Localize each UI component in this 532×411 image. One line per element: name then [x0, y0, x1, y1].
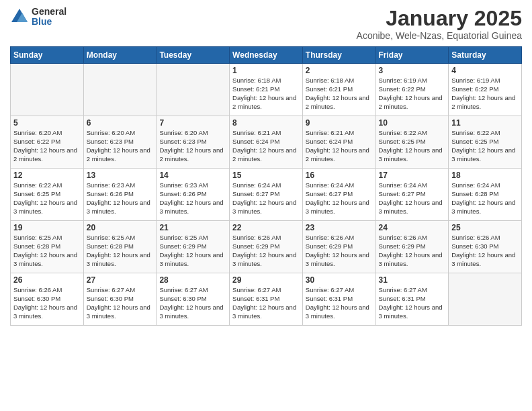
- day-cell: 18Sunrise: 6:24 AM Sunset: 6:28 PM Dayli…: [449, 169, 522, 221]
- day-info: Sunrise: 6:26 AM Sunset: 6:29 PM Dayligh…: [306, 234, 373, 268]
- week-row-3: 12Sunrise: 6:22 AM Sunset: 6:25 PM Dayli…: [11, 169, 522, 221]
- calendar-subtitle: Aconibe, Wele-Nzas, Equatorial Guinea: [357, 30, 522, 41]
- day-info: Sunrise: 6:26 AM Sunset: 6:29 PM Dayligh…: [232, 234, 300, 268]
- day-number: 27: [87, 275, 154, 285]
- logo-icon: [10, 7, 29, 26]
- col-wednesday: Wednesday: [230, 47, 303, 64]
- col-monday: Monday: [83, 47, 157, 64]
- col-sunday: Sunday: [11, 47, 84, 64]
- day-number: 15: [232, 171, 300, 180]
- day-number: 8: [232, 118, 300, 128]
- calendar-title: January 2025: [357, 7, 522, 30]
- day-info: Sunrise: 6:20 AM Sunset: 6:22 PM Dayligh…: [13, 129, 81, 163]
- day-number: 1: [232, 66, 300, 75]
- day-number: 16: [306, 171, 373, 180]
- day-cell: 1Sunrise: 6:18 AM Sunset: 6:21 PM Daylig…: [230, 64, 303, 116]
- day-cell: 2Sunrise: 6:18 AM Sunset: 6:21 PM Daylig…: [302, 64, 375, 116]
- col-thursday: Thursday: [302, 47, 375, 64]
- title-area: January 2025 Aconibe, Wele-Nzas, Equator…: [357, 7, 522, 41]
- day-info: Sunrise: 6:20 AM Sunset: 6:23 PM Dayligh…: [87, 129, 154, 163]
- day-info: Sunrise: 6:26 AM Sunset: 6:30 PM Dayligh…: [451, 234, 519, 268]
- day-number: 18: [451, 171, 519, 180]
- day-cell: 19Sunrise: 6:25 AM Sunset: 6:28 PM Dayli…: [11, 221, 84, 273]
- day-cell: [83, 64, 157, 116]
- day-info: Sunrise: 6:22 AM Sunset: 6:25 PM Dayligh…: [451, 129, 519, 163]
- week-row-1: 1Sunrise: 6:18 AM Sunset: 6:21 PM Daylig…: [11, 64, 522, 116]
- day-number: 17: [379, 171, 446, 180]
- day-cell: 9Sunrise: 6:21 AM Sunset: 6:24 PM Daylig…: [302, 116, 375, 169]
- header: General Blue January 2025 Aconibe, Wele-…: [10, 7, 522, 41]
- day-info: Sunrise: 6:25 AM Sunset: 6:28 PM Dayligh…: [87, 234, 154, 268]
- day-cell: 22Sunrise: 6:26 AM Sunset: 6:29 PM Dayli…: [230, 221, 303, 273]
- day-info: Sunrise: 6:22 AM Sunset: 6:25 PM Dayligh…: [13, 181, 81, 216]
- day-number: 14: [159, 171, 226, 180]
- day-info: Sunrise: 6:27 AM Sunset: 6:31 PM Dayligh…: [306, 286, 373, 320]
- day-cell: 15Sunrise: 6:24 AM Sunset: 6:27 PM Dayli…: [230, 169, 303, 221]
- day-info: Sunrise: 6:26 AM Sunset: 6:30 PM Dayligh…: [13, 286, 81, 320]
- day-cell: 31Sunrise: 6:27 AM Sunset: 6:31 PM Dayli…: [375, 273, 449, 326]
- page: General Blue January 2025 Aconibe, Wele-…: [0, 0, 532, 411]
- day-cell: 30Sunrise: 6:27 AM Sunset: 6:31 PM Dayli…: [302, 273, 375, 326]
- day-info: Sunrise: 6:27 AM Sunset: 6:31 PM Dayligh…: [232, 286, 300, 320]
- day-info: Sunrise: 6:27 AM Sunset: 6:31 PM Dayligh…: [379, 286, 446, 320]
- day-number: 25: [451, 223, 519, 232]
- day-cell: 27Sunrise: 6:27 AM Sunset: 6:30 PM Dayli…: [83, 273, 157, 326]
- day-info: Sunrise: 6:24 AM Sunset: 6:27 PM Dayligh…: [306, 181, 373, 216]
- day-cell: [157, 64, 230, 116]
- day-number: 11: [451, 118, 519, 128]
- day-info: Sunrise: 6:20 AM Sunset: 6:23 PM Dayligh…: [159, 129, 226, 163]
- day-info: Sunrise: 6:23 AM Sunset: 6:26 PM Dayligh…: [159, 181, 226, 216]
- day-cell: 11Sunrise: 6:22 AM Sunset: 6:25 PM Dayli…: [449, 116, 522, 169]
- day-cell: 20Sunrise: 6:25 AM Sunset: 6:28 PM Dayli…: [83, 221, 157, 273]
- day-info: Sunrise: 6:23 AM Sunset: 6:26 PM Dayligh…: [87, 181, 154, 216]
- day-cell: 29Sunrise: 6:27 AM Sunset: 6:31 PM Dayli…: [230, 273, 303, 326]
- day-info: Sunrise: 6:27 AM Sunset: 6:30 PM Dayligh…: [87, 286, 154, 320]
- calendar-table: Sunday Monday Tuesday Wednesday Thursday…: [10, 46, 522, 326]
- day-cell: 24Sunrise: 6:26 AM Sunset: 6:29 PM Dayli…: [375, 221, 449, 273]
- day-cell: 6Sunrise: 6:20 AM Sunset: 6:23 PM Daylig…: [83, 116, 157, 169]
- day-cell: 28Sunrise: 6:27 AM Sunset: 6:30 PM Dayli…: [157, 273, 230, 326]
- day-cell: 8Sunrise: 6:21 AM Sunset: 6:24 PM Daylig…: [230, 116, 303, 169]
- day-cell: 12Sunrise: 6:22 AM Sunset: 6:25 PM Dayli…: [11, 169, 84, 221]
- day-info: Sunrise: 6:22 AM Sunset: 6:25 PM Dayligh…: [379, 129, 446, 163]
- day-number: 9: [306, 118, 373, 128]
- day-number: 5: [13, 118, 81, 128]
- day-number: 30: [306, 275, 373, 285]
- day-cell: 3Sunrise: 6:19 AM Sunset: 6:22 PM Daylig…: [375, 64, 449, 116]
- day-cell: 17Sunrise: 6:24 AM Sunset: 6:27 PM Dayli…: [375, 169, 449, 221]
- col-tuesday: Tuesday: [157, 47, 230, 64]
- day-cell: 14Sunrise: 6:23 AM Sunset: 6:26 PM Dayli…: [157, 169, 230, 221]
- day-cell: 25Sunrise: 6:26 AM Sunset: 6:30 PM Dayli…: [449, 221, 522, 273]
- col-saturday: Saturday: [449, 47, 522, 64]
- day-number: 28: [159, 275, 226, 285]
- day-cell: 13Sunrise: 6:23 AM Sunset: 6:26 PM Dayli…: [83, 169, 157, 221]
- logo: General Blue: [10, 7, 66, 28]
- calendar-header-row: Sunday Monday Tuesday Wednesday Thursday…: [11, 47, 522, 64]
- day-info: Sunrise: 6:19 AM Sunset: 6:22 PM Dayligh…: [451, 77, 519, 111]
- week-row-5: 26Sunrise: 6:26 AM Sunset: 6:30 PM Dayli…: [11, 273, 522, 326]
- day-info: Sunrise: 6:24 AM Sunset: 6:27 PM Dayligh…: [379, 181, 446, 216]
- day-cell: 21Sunrise: 6:25 AM Sunset: 6:29 PM Dayli…: [157, 221, 230, 273]
- day-number: 2: [306, 66, 373, 75]
- week-row-2: 5Sunrise: 6:20 AM Sunset: 6:22 PM Daylig…: [11, 116, 522, 169]
- day-number: 22: [232, 223, 300, 232]
- day-number: 3: [379, 66, 446, 75]
- day-number: 13: [87, 171, 154, 180]
- day-info: Sunrise: 6:27 AM Sunset: 6:30 PM Dayligh…: [159, 286, 226, 320]
- day-number: 12: [13, 171, 81, 180]
- week-row-4: 19Sunrise: 6:25 AM Sunset: 6:28 PM Dayli…: [11, 221, 522, 273]
- col-friday: Friday: [375, 47, 449, 64]
- day-number: 7: [159, 118, 226, 128]
- day-number: 29: [232, 275, 300, 285]
- day-number: 24: [379, 223, 446, 232]
- day-info: Sunrise: 6:24 AM Sunset: 6:28 PM Dayligh…: [451, 181, 519, 216]
- day-info: Sunrise: 6:18 AM Sunset: 6:21 PM Dayligh…: [306, 77, 373, 111]
- day-number: 6: [87, 118, 154, 128]
- logo-general-text: General: [32, 7, 66, 17]
- calendar-body: 1Sunrise: 6:18 AM Sunset: 6:21 PM Daylig…: [11, 64, 522, 326]
- day-cell: 10Sunrise: 6:22 AM Sunset: 6:25 PM Dayli…: [375, 116, 449, 169]
- day-cell: [11, 64, 84, 116]
- logo-text: General Blue: [32, 7, 66, 28]
- day-cell: 4Sunrise: 6:19 AM Sunset: 6:22 PM Daylig…: [449, 64, 522, 116]
- day-number: 4: [451, 66, 519, 75]
